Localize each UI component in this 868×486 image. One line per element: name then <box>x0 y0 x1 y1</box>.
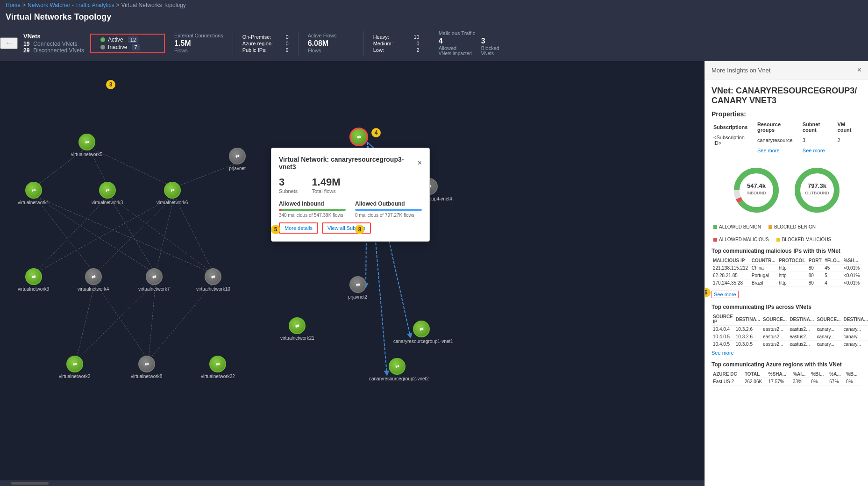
outbound-donut-svg: 797.3k OUTBOUND <box>791 164 843 216</box>
blocked-label: Blocked <box>481 45 499 51</box>
node-cg2vnet2[interactable]: ⇄ canaryresourcegroup2-vnet2 <box>369 358 425 381</box>
malicious-ip-3: 170.244.35.28 <box>711 279 750 287</box>
see-more-row: See more See more <box>711 147 861 154</box>
disconnected-label: Disconnected VNets <box>33 47 84 54</box>
on-premise-val: 0 <box>286 34 289 40</box>
node-vn7[interactable]: ⇄ virtualnetwork7 <box>138 268 170 292</box>
malicious-country-3: Brazil <box>750 279 777 287</box>
malicious-traffic-section: Malicious Traffic 4 Allowed VNets Impact… <box>429 29 509 58</box>
breadcrumb-network-watcher[interactable]: Network Watcher - Traffic Analytics <box>28 2 114 8</box>
node-vn22[interactable]: ⇄ virtualnetwork22 <box>201 356 235 379</box>
breadcrumb-sep2: > <box>116 2 119 8</box>
external-flows-label: Flows <box>174 48 223 53</box>
malicious-flows-2: 5 <box>823 272 842 279</box>
malicious-label: Malicious Traffic <box>439 30 499 36</box>
horizontal-scrollbar[interactable] <box>0 480 704 486</box>
right-panel-close-icon[interactable]: × <box>857 66 861 74</box>
node-vn1[interactable]: ⇄ virtualnetwork1 <box>18 182 49 205</box>
cross-vnet-row-2: 10.4.0.510.3.2.6eastus2...eastus2...cana… <box>711 333 868 341</box>
node-prjavnet2[interactable]: ⇄ prjavnet2 <box>348 276 367 300</box>
medium-label: Medium: <box>373 41 393 46</box>
inactive-label: Inactive <box>108 44 127 50</box>
node-prjavnet[interactable]: ⇄ prjavnet <box>229 148 246 171</box>
allowed-val: 4 <box>439 37 472 45</box>
col-flows: #FLO... <box>823 257 842 264</box>
svg-text:INBOUND: INBOUND <box>747 191 766 195</box>
annotation-badge-5: 5 <box>271 225 280 234</box>
svg-line-6 <box>34 196 214 274</box>
back-button[interactable]: ← <box>0 37 18 49</box>
svg-text:OUTBOUND: OUTBOUND <box>805 191 829 195</box>
props-row: <Subscription ID> canaryresource 3 2 <box>711 134 861 147</box>
node-vn4[interactable]: ⇄ virtualnetwork4 <box>78 268 109 292</box>
malicious-row-3: 170.244.35.28 Brazil http 80 4 <0.01% <box>711 279 861 287</box>
public-ips-label: Public IPs: <box>242 47 267 53</box>
node-label-prjavnet2: prjavnet2 <box>348 294 367 300</box>
node-label-cg2vnet2: canaryresourcegroup2-vnet2 <box>369 376 425 381</box>
malicious-protocol-1: http <box>777 264 807 272</box>
vnets-impacted2-label: VNets <box>481 51 499 56</box>
traffic-level-section: Heavy: 10 Medium: 0 Low: 2 <box>364 32 429 55</box>
breadcrumb-home[interactable]: Home <box>6 2 21 8</box>
node-label-vn2: virtualnetwork2 <box>59 374 90 379</box>
node-vn2[interactable]: ⇄ virtualnetwork2 <box>59 356 90 379</box>
inactive-count: 7 <box>132 44 139 50</box>
col-sha: %SHA... <box>767 371 791 378</box>
col-total: TOTAL <box>743 371 767 378</box>
popup-subnets-count: 3 <box>279 176 298 188</box>
heavy-label: Heavy: <box>373 34 389 40</box>
active-dot <box>100 37 105 42</box>
node-vn9[interactable]: ⇄ virtualnetwork9 <box>18 268 49 292</box>
allowed-label: Allowed <box>439 45 472 51</box>
legend-allowed-benign: ALLOWED BENIGN <box>713 224 761 229</box>
svg-point-24 <box>737 171 776 210</box>
node-label-vn22: virtualnetwork22 <box>201 374 235 379</box>
on-premise-label: On-Premise: <box>242 34 271 40</box>
node-cg3vnet3[interactable]: ⇄ <box>349 128 368 146</box>
svg-line-17 <box>149 282 156 360</box>
public-ips-val: 9 <box>286 47 289 53</box>
disconnected-count: 29 <box>23 47 29 54</box>
more-details-button[interactable]: More details <box>279 222 318 234</box>
node-label-vn8: virtualnetwork8 <box>131 374 162 379</box>
prop-col-subscriptions: Subscriptions <box>711 121 755 134</box>
col-country: COUNTR... <box>750 257 777 264</box>
malicious-row-2: 62.28.21.85 Portugal http 80 5 <0.01% <box>711 272 861 279</box>
see-more-link-2[interactable]: See more <box>803 148 825 153</box>
see-more-cross-link[interactable]: See more <box>711 350 861 356</box>
svg-line-4 <box>34 196 95 274</box>
svg-line-12 <box>156 196 174 274</box>
svg-line-5 <box>34 196 156 274</box>
svg-line-13 <box>174 196 214 274</box>
vnet-popup: Virtual Network: canaryresourcegroup3-vn… <box>271 148 430 242</box>
node-vn6[interactable]: ⇄ virtualnetwork6 <box>157 182 188 205</box>
col-ai: %AI... <box>791 371 810 378</box>
subnet-count-val: 3 <box>801 134 836 147</box>
node-vn21[interactable]: ⇄ virtualnetwork21 <box>280 317 314 341</box>
malicious-share-2: <0.01% <box>842 272 861 279</box>
node-cg1vnet1[interactable]: ⇄ canaryresourcegroup1-vnet1 <box>393 321 449 344</box>
malicious-share-3: <0.01% <box>842 279 861 287</box>
col-malicious-ip: MALICIOUS IP <box>711 257 750 264</box>
properties-table: Subscriptions Resource groups Subnet cou… <box>711 121 861 154</box>
cross-vnet-row-3: 10.4.0.510.3.0.5eastus2...eastus2...cana… <box>711 341 868 348</box>
node-label-vn10: virtualnetwork10 <box>196 286 230 292</box>
col-protocol: PROTOCOL <box>777 257 807 264</box>
node-vn5[interactable]: ⇄ virtualnetwork5 <box>71 134 102 157</box>
popup-close-button[interactable]: × <box>418 159 422 167</box>
popup-title: Virtual Network: canaryresourcegroup3-vn… <box>279 156 418 171</box>
active-flows-val: 6.08M <box>308 39 354 48</box>
node-vn10[interactable]: ⇄ virtualnetwork10 <box>196 268 230 292</box>
cross-vnet-section-title: Top communicating IPs across VNets <box>711 304 861 310</box>
see-more-malicious-link[interactable]: See more <box>711 291 739 298</box>
active-label: Active <box>108 36 123 43</box>
col-bi: %BI... <box>810 371 828 378</box>
vnets-section: VNets 19 Connected VNets 29 Disconnected… <box>18 31 90 56</box>
malicious-port-3: 80 <box>807 279 823 287</box>
external-flows-val: 1.5M <box>174 39 223 48</box>
active-flows-label: Active Flows <box>308 33 354 38</box>
node-vn8[interactable]: ⇄ virtualnetwork8 <box>131 356 162 379</box>
node-vn3[interactable]: ⇄ virtualnetwork3 <box>92 182 123 205</box>
see-more-link-1[interactable]: See more <box>757 148 780 153</box>
node-label-prjavnet: prjavnet <box>229 166 246 171</box>
